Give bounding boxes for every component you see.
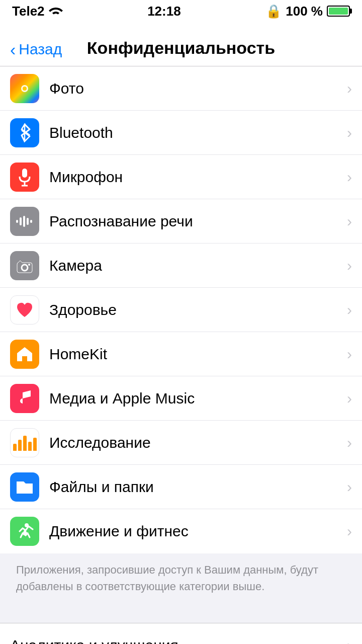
analytics-chevron-icon: › <box>347 637 352 645</box>
svg-rect-6 <box>20 217 22 225</box>
bluetooth-icon <box>10 118 39 147</box>
files-chevron-icon: › <box>347 478 352 496</box>
microphone-chevron-icon: › <box>347 169 352 186</box>
settings-row-microphone[interactable]: Микрофон › <box>0 155 362 199</box>
settings-row-files[interactable]: Файлы и папки › <box>0 465 362 509</box>
carrier-text: Tele2 <box>12 4 45 19</box>
fitness-icon <box>10 517 39 546</box>
settings-row-camera[interactable]: Камера › <box>0 244 362 288</box>
status-bar: Tele2 12:18 🔒 100 % <box>0 0 362 22</box>
research-chevron-icon: › <box>347 434 352 451</box>
status-left: Tele2 <box>12 4 63 19</box>
music-icon <box>10 384 39 413</box>
back-label: Назад <box>19 41 62 58</box>
camera-icon <box>10 251 39 280</box>
back-chevron-icon: ‹ <box>10 41 16 58</box>
photos-label: Фото <box>49 80 343 97</box>
settings-row-research[interactable]: Исследование › <box>0 421 362 465</box>
photos-icon <box>10 74 39 103</box>
camera-label: Камера <box>49 257 343 274</box>
health-chevron-icon: › <box>347 301 352 318</box>
health-label: Здоровье <box>49 301 343 318</box>
nav-bar: ‹ Назад Конфиденциальность <box>0 22 362 66</box>
settings-row-homekit[interactable]: HomeKit › <box>0 332 362 376</box>
settings-row-analytics[interactable]: Аналитика и улучшения › <box>0 623 362 644</box>
bluetooth-chevron-icon: › <box>347 124 352 141</box>
speech-label: Распознавание речи <box>49 213 343 230</box>
svg-rect-5 <box>16 220 18 223</box>
battery-fill <box>329 8 348 15</box>
settings-row-health[interactable]: Здоровье › <box>0 288 362 332</box>
microphone-icon <box>10 163 39 192</box>
svg-rect-2 <box>22 169 27 178</box>
svg-point-1 <box>23 87 27 91</box>
svg-rect-9 <box>30 220 32 223</box>
battery-percent: 100 % <box>286 4 323 19</box>
research-icon <box>10 428 39 457</box>
battery-icon <box>327 6 350 17</box>
fitness-chevron-icon: › <box>347 523 352 540</box>
analytics-label: Аналитика и улучшения <box>10 637 343 645</box>
homekit-label: HomeKit <box>49 346 343 363</box>
bluetooth-label: Bluetooth <box>49 124 343 141</box>
wifi-icon <box>49 4 63 19</box>
music-label: Медиа и Apple Music <box>49 390 343 407</box>
settings-row-music[interactable]: Медиа и Apple Music › <box>0 376 362 421</box>
files-icon <box>10 472 39 502</box>
photos-chevron-icon: › <box>347 80 352 97</box>
research-label: Исследование <box>49 434 343 451</box>
svg-rect-8 <box>27 218 29 225</box>
svg-point-10 <box>22 265 28 271</box>
settings-row-speech[interactable]: Распознавание речи › <box>0 199 362 244</box>
speech-icon <box>10 207 39 236</box>
settings-list: Фото › Bluetooth › Микрофон › <box>0 66 362 553</box>
svg-point-11 <box>28 264 30 266</box>
microphone-label: Микрофон <box>49 169 343 186</box>
homekit-icon <box>10 340 39 369</box>
time-display: 12:18 <box>147 4 181 19</box>
settings-row-fitness[interactable]: Движение и фитнес › <box>0 509 362 553</box>
status-right: 🔒 100 % <box>265 4 350 19</box>
speech-chevron-icon: › <box>347 213 352 230</box>
section-group-bottom: Аналитика и улучшения › Реклама › <box>0 623 362 644</box>
lock-icon: 🔒 <box>265 4 282 19</box>
settings-row-bluetooth[interactable]: Bluetooth › <box>0 111 362 155</box>
camera-chevron-icon: › <box>347 257 352 274</box>
back-button[interactable]: ‹ Назад <box>10 41 62 58</box>
fitness-label: Движение и фитнес <box>49 523 343 540</box>
music-chevron-icon: › <box>347 390 352 407</box>
footer-note: Приложения, запросившие доступ к Вашим д… <box>0 553 362 607</box>
svg-rect-7 <box>23 216 25 227</box>
health-icon <box>10 295 39 325</box>
settings-row-photos[interactable]: Фото › <box>0 66 362 111</box>
homekit-chevron-icon: › <box>347 346 352 363</box>
files-label: Файлы и папки <box>49 478 343 496</box>
section-divider <box>0 607 362 623</box>
